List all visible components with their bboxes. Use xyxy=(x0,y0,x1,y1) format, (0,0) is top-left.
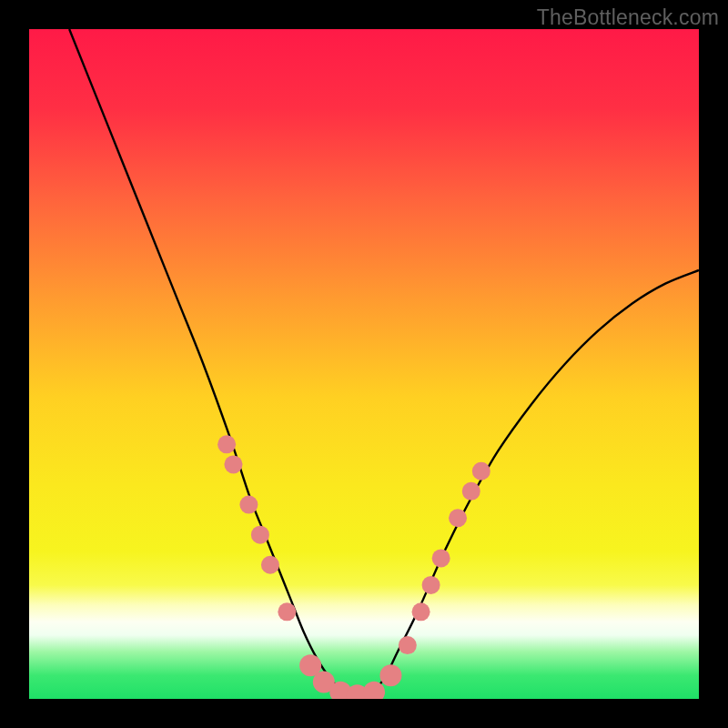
gradient-background xyxy=(29,29,699,699)
plot-area xyxy=(29,29,699,699)
chart-frame: TheBottleneck.com xyxy=(0,0,728,728)
watermark-text: TheBottleneck.com xyxy=(537,5,719,30)
svg-rect-0 xyxy=(29,29,699,699)
